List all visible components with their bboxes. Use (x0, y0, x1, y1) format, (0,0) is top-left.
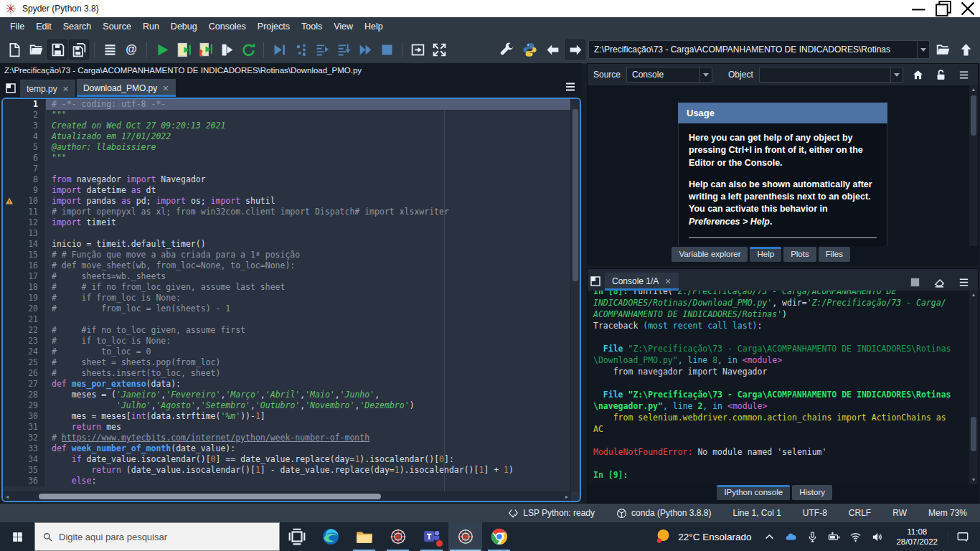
console-scrollbar[interactable]: ▲ ▼ (969, 291, 978, 484)
console-tab-close-icon[interactable]: ✕ (664, 277, 671, 286)
debug-file-icon[interactable] (269, 39, 289, 60)
code-line[interactable]: 1# -*- coding: utf-8 -*- (3, 99, 571, 110)
code-line[interactable]: 21 (3, 314, 571, 325)
run-selection-icon[interactable] (217, 39, 237, 60)
code-line[interactable]: 4Atualizado em 17/01/2022 (3, 131, 571, 142)
taskbar-spyder-logo-active[interactable] (448, 522, 482, 551)
tab-close-icon[interactable]: ✕ (162, 84, 169, 93)
taskbar-edge[interactable] (314, 522, 347, 551)
code-line[interactable]: 20# from_loc = len(sheets) - 1 (3, 303, 571, 314)
code-line[interactable]: 24# to_loc = 0 (3, 347, 571, 357)
code-editor[interactable]: 1# -*- coding: utf-8 -*-2"""3Created on … (1, 98, 581, 502)
code-line[interactable]: 30 mes = meses[int(data.strftime('%m'))-… (3, 411, 571, 422)
menu-tools[interactable]: Tools (296, 19, 328, 34)
run-icon[interactable] (152, 39, 172, 60)
working-directory-combobox[interactable]: Z:\Precificação\73 - Carga\ACOMPANHAMENT… (588, 40, 930, 59)
menu-run[interactable]: Run (137, 19, 165, 34)
parent-directory-icon[interactable] (956, 39, 976, 60)
open-file-icon[interactable] (26, 39, 46, 60)
onedrive-icon[interactable] (781, 527, 800, 547)
code-line[interactable]: 32# https://www.mytecbits.com/internet/p… (3, 433, 571, 443)
working-directory-dropdown[interactable] (917, 41, 929, 58)
lock-icon[interactable] (932, 66, 949, 83)
debug-cell-icon[interactable] (291, 39, 311, 60)
console-options-icon[interactable] (955, 273, 972, 291)
code-line[interactable]: 7 (3, 164, 571, 174)
code-line[interactable]: 14inicio = timeit.default_timer() (3, 239, 571, 250)
run-cell-icon[interactable] (174, 39, 194, 60)
code-line[interactable]: 23# if to_loc is None: (3, 336, 571, 347)
step-over-icon[interactable] (312, 39, 332, 60)
notification-center-icon[interactable] (948, 530, 977, 543)
taskbar-task-view[interactable] (280, 522, 314, 551)
preferences-icon[interactable] (496, 39, 517, 60)
save-all-icon[interactable] (69, 39, 89, 60)
code-line[interactable]: 33def week_number_of_month(date_value): (3, 443, 571, 454)
console-output[interactable]: In [8]: runfile('Z:/Precificação/73 - Ca… (588, 291, 978, 484)
detach-pane-icon[interactable] (407, 39, 428, 60)
menu-file[interactable]: File (4, 19, 30, 34)
clock[interactable]: 11:08 28/07/2022 (889, 527, 945, 547)
code-line[interactable]: 8from navegador import Navegador (3, 174, 571, 185)
help-source-value[interactable]: Console (627, 67, 699, 82)
step-into-icon[interactable] (334, 39, 354, 60)
menu-consoles[interactable]: Consoles (203, 19, 252, 34)
code-line[interactable]: 36 else: (3, 476, 571, 486)
battery-icon[interactable] (824, 527, 843, 547)
pane-tab-variable-explorer[interactable]: Variable explorer (672, 247, 748, 262)
code-line[interactable]: 34 if date_value.isocalendar()[0] == dat… (3, 454, 571, 465)
taskbar-explorer[interactable] (347, 522, 381, 551)
taskbar-teams[interactable] (415, 522, 448, 551)
wifi-icon[interactable] (846, 527, 864, 547)
editor-vscroll-thumb[interactable] (573, 109, 578, 281)
close-button[interactable] (956, 0, 980, 17)
weather-widget[interactable]: 22°C Ensolarado (649, 528, 757, 545)
menu-search[interactable]: Search (57, 19, 98, 34)
console-browse-tabs-icon[interactable] (589, 275, 602, 288)
menu-view[interactable]: View (328, 19, 359, 34)
taskbar-search[interactable]: Digite aqui para pesquisar (34, 522, 280, 551)
fullscreen-icon[interactable] (429, 39, 449, 60)
code-line[interactable]: 28 meses = ('Janeiro','Fevereiro','Março… (3, 390, 571, 400)
find-symbols-icon[interactable]: @ (121, 39, 141, 60)
menu-debug[interactable]: Debug (165, 19, 203, 34)
microphone-icon[interactable] (803, 527, 821, 547)
interrupt-kernel-icon[interactable] (906, 273, 923, 291)
forward-icon[interactable] (565, 39, 585, 60)
start-button[interactable] (0, 522, 34, 551)
home-icon[interactable] (909, 66, 926, 83)
menu-source[interactable]: Source (97, 19, 137, 34)
tray-expand-icon[interactable] (760, 527, 778, 547)
new-file-icon[interactable] (4, 39, 24, 60)
code-line[interactable]: 10import pandas as pd; import os; import… (3, 196, 571, 207)
code-line[interactable]: 13 (3, 228, 571, 239)
code-line[interactable]: 35 return (date_value.isocalendar()[1] -… (3, 465, 571, 476)
editor-tab-temp.py[interactable]: temp.py✕ (20, 80, 75, 97)
menu-help[interactable]: Help (359, 19, 389, 34)
code-line[interactable]: 19# if from_loc is None: (3, 293, 571, 303)
code-line[interactable]: 27def mes_por_extenso(data): (3, 379, 571, 390)
menu-edit[interactable]: Edit (30, 19, 57, 34)
volume-icon[interactable] (867, 527, 886, 547)
editor-hscroll-thumb[interactable] (39, 494, 380, 499)
editor-options-icon[interactable] (564, 80, 577, 93)
restore-button[interactable] (931, 0, 956, 17)
code-line[interactable]: 12import timeit (3, 217, 571, 228)
code-line[interactable]: 17# sheets=wb._sheets (3, 271, 571, 282)
browse-directory-icon[interactable] (933, 39, 953, 60)
pane-tab-plots[interactable]: Plots (783, 247, 816, 262)
help-object-combobox[interactable] (759, 67, 903, 83)
clear-console-icon[interactable] (930, 273, 948, 291)
menu-projects[interactable]: Projects (252, 19, 296, 34)
tab-close-icon[interactable]: ✕ (62, 85, 69, 94)
continue-icon[interactable] (355, 39, 375, 60)
editor-vertical-scrollbar[interactable] (570, 99, 580, 492)
code-line[interactable]: 26# sheets.insert(to_loc, sheet) (3, 368, 571, 379)
pane-tab-history[interactable]: History (792, 485, 832, 500)
code-line[interactable]: 31 return mes (3, 422, 571, 433)
taskbar-chrome[interactable] (482, 522, 516, 551)
code-line[interactable]: 11# import openpyxl as xl; from win32com… (3, 207, 571, 217)
help-object-value[interactable] (760, 67, 890, 82)
env-status[interactable]: conda (Python 3.8.8) (616, 508, 711, 519)
help-options-icon[interactable] (955, 66, 972, 83)
